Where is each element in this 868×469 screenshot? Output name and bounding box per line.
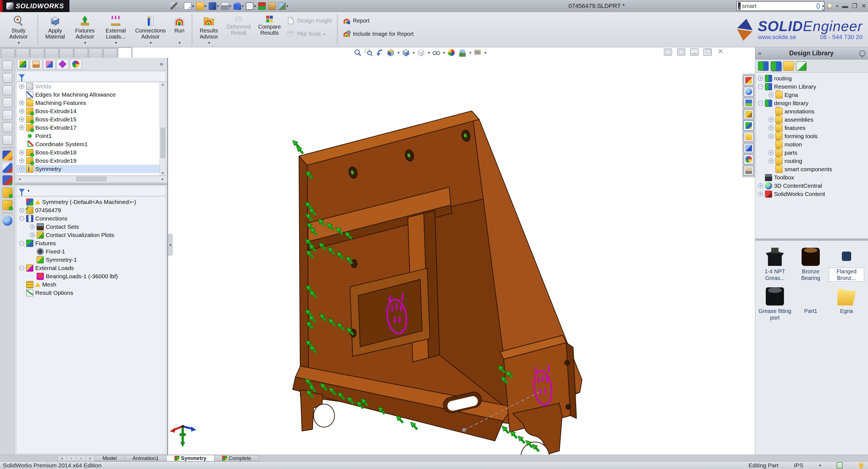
help-bulb-icon[interactable] xyxy=(828,3,832,9)
mate-tool-icon[interactable] xyxy=(2,175,12,185)
zoom-to-area-button[interactable] xyxy=(364,48,373,57)
library-tree-item[interactable]: + features xyxy=(755,124,868,132)
pane-tool-icon[interactable] xyxy=(2,110,12,120)
section-view-button[interactable] xyxy=(386,48,396,57)
expand-toggle-icon[interactable]: + xyxy=(19,109,24,114)
library-splitter[interactable] xyxy=(755,238,868,240)
expand-toggle-icon[interactable]: + xyxy=(19,158,24,163)
expand-toggle-icon[interactable]: + xyxy=(758,183,763,188)
custom-properties-tab-icon[interactable] xyxy=(743,165,754,176)
expand-toggle-icon[interactable]: + xyxy=(769,159,774,164)
fixtures-advisor-button[interactable]: Fixtures Advisor▾ xyxy=(69,13,100,46)
sketch-tool-icon[interactable] xyxy=(2,150,12,161)
search-icon[interactable] xyxy=(816,3,820,9)
library-tree-item[interactable]: + forming tools xyxy=(755,132,868,140)
ribbon-tab[interactable] xyxy=(118,47,132,58)
previous-view-button[interactable] xyxy=(375,48,384,57)
feature-tree-item[interactable]: + Machining Features xyxy=(17,99,165,107)
3d-model-bracket[interactable] xyxy=(168,58,755,455)
expand-toggle-icon[interactable]: − xyxy=(19,266,24,271)
cut-extrude-tool-icon[interactable] xyxy=(2,200,12,210)
library-tree-item[interactable]: + routing xyxy=(755,157,868,165)
ribbon-tab[interactable] xyxy=(74,48,88,58)
edit-appearance-button[interactable]: ▾ xyxy=(277,1,289,11)
doc-cascade-icon[interactable] xyxy=(704,48,712,56)
panel-collapse-handle[interactable]: ◄ xyxy=(168,234,173,256)
quick-tips-icon[interactable] xyxy=(858,462,864,468)
doc-restore-icon[interactable] xyxy=(664,48,672,56)
design-library-tab-icon[interactable] xyxy=(743,120,754,131)
study-advisor-button[interactable]: Study Advisor▾ xyxy=(2,13,35,46)
menu-item[interactable] xyxy=(144,0,152,12)
edit-appearance-button[interactable] xyxy=(447,48,456,57)
plot-tools-button[interactable]: Plot Tools▸ xyxy=(284,29,334,39)
expand-toggle-icon[interactable]: + xyxy=(19,117,24,122)
simulation-tree-item[interactable]: + Contact Visualization Plots xyxy=(17,231,165,239)
tab-propertymanager[interactable] xyxy=(30,59,42,69)
print-button[interactable]: ▾ xyxy=(220,1,232,11)
solidworks-resources-tab-icon[interactable] xyxy=(743,75,754,86)
save-button[interactable]: ▾ xyxy=(208,1,220,11)
ribbon-tab[interactable] xyxy=(103,48,117,58)
ribbon-tab[interactable] xyxy=(16,48,30,58)
pane-tool-icon[interactable] xyxy=(2,73,12,83)
restore-button[interactable]: ❐ xyxy=(852,2,858,10)
create-new-folder-button[interactable] xyxy=(783,61,794,71)
tag-icon[interactable] xyxy=(837,462,843,469)
library-part[interactable]: Egna xyxy=(829,287,864,321)
simulation-tree-item[interactable]: + 07456479 xyxy=(17,206,165,214)
apply-scene-button[interactable] xyxy=(458,48,467,57)
library-tree-item[interactable]: − design library xyxy=(755,99,868,107)
display-style-button[interactable] xyxy=(416,48,426,57)
document-tab[interactable]: Complete xyxy=(214,455,259,461)
scroll-tabs-last-button[interactable]: » xyxy=(86,455,95,461)
library-tree-item[interactable]: + Egna xyxy=(755,91,868,99)
panel-expand-chevron[interactable]: » xyxy=(160,61,165,68)
tab-displaymanager[interactable] xyxy=(70,59,82,69)
options-button[interactable] xyxy=(267,1,277,11)
deformed-result-button[interactable]: Deformed Result xyxy=(223,13,255,46)
feature-tree-item[interactable]: + Welds xyxy=(17,82,165,91)
scrollbar-thumb[interactable] xyxy=(76,177,106,181)
library-tree-item[interactable]: motion xyxy=(755,140,868,148)
file-explorer-tab-icon[interactable] xyxy=(743,132,754,142)
hide-show-items-button[interactable] xyxy=(432,48,441,57)
expand-toggle-icon[interactable]: − xyxy=(19,216,24,221)
expand-toggle-icon[interactable]: + xyxy=(30,233,35,237)
hide-show-caret[interactable]: ▾ xyxy=(443,51,445,55)
search-options-caret[interactable]: ▾ xyxy=(822,4,824,8)
feature-tree-item[interactable]: Coordinate System1 xyxy=(17,140,165,148)
document-tab[interactable]: Animation1 xyxy=(125,455,167,461)
menu-item[interactable] xyxy=(160,0,168,12)
menu-item[interactable] xyxy=(119,0,127,12)
menu-item[interactable] xyxy=(102,0,111,12)
pen-icon[interactable] xyxy=(170,2,178,10)
feature-tree-horizontal-scrollbar[interactable]: ◄► xyxy=(16,176,166,182)
library-tree-item[interactable]: Toolbox xyxy=(755,173,868,182)
expand-toggle-icon[interactable]: + xyxy=(19,150,24,155)
route-tool-icon[interactable] xyxy=(2,163,12,173)
collapse-pane-chevron[interactable]: « xyxy=(758,50,764,57)
3d-content-central-tab-icon[interactable] xyxy=(743,87,754,97)
simulation-tree-item[interactable]: Result Options xyxy=(17,289,165,297)
report-button[interactable]: Report xyxy=(340,15,416,26)
doc-new-window-icon[interactable] xyxy=(677,48,685,56)
simulation-tree-item[interactable]: − Connections xyxy=(17,214,165,223)
add-file-location-button[interactable] xyxy=(771,61,781,71)
ribbon-tab[interactable] xyxy=(30,48,44,58)
expand-toggle-icon[interactable]: + xyxy=(19,100,24,105)
search-scope-icon[interactable] xyxy=(738,2,741,10)
run-button[interactable]: Run▾ xyxy=(170,13,189,46)
panel-splitter[interactable] xyxy=(15,182,167,185)
expand-toggle-icon[interactable]: + xyxy=(769,134,774,139)
feature-tree-item[interactable]: Point1 xyxy=(17,132,165,140)
simulation-tree-item[interactable]: Mesh xyxy=(17,280,165,289)
document-tab[interactable]: Model xyxy=(95,455,125,461)
view-settings-caret[interactable]: ▾ xyxy=(485,51,486,55)
help-caret[interactable]: ▾ xyxy=(836,4,838,8)
doc-minimize-icon[interactable] xyxy=(690,48,699,56)
boss-extrude-tool-icon[interactable] xyxy=(2,188,12,198)
design-insight-button[interactable]: Design Insight xyxy=(284,15,334,26)
tab-dimxpertmanager[interactable] xyxy=(57,59,69,69)
pane-tool-icon[interactable] xyxy=(2,135,12,145)
